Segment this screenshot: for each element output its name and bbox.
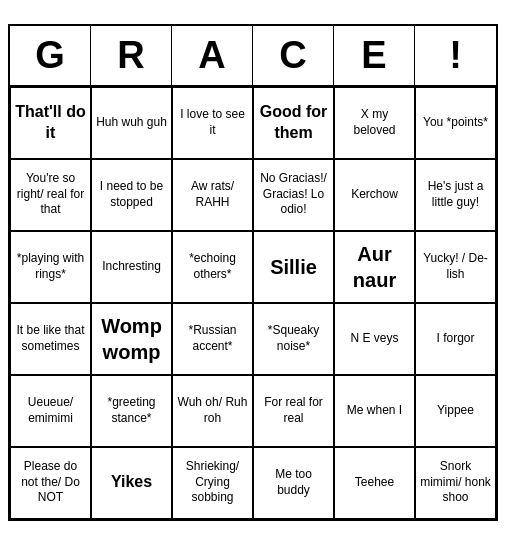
bingo-cell-18: It be like that sometimes <box>10 303 91 375</box>
bingo-cell-0: That'll do it <box>10 87 91 159</box>
bingo-cell-5: You *points* <box>415 87 496 159</box>
bingo-cell-26: Wuh oh/ Ruh roh <box>172 375 253 447</box>
bingo-cell-23: I forgor <box>415 303 496 375</box>
bingo-title: GRACE! <box>10 26 496 87</box>
bingo-cell-14: *echoing others* <box>172 231 253 303</box>
bingo-cell-11: He's just a little guy! <box>415 159 496 231</box>
bingo-cell-16: Aur naur <box>334 231 415 303</box>
bingo-cell-19: Womp womp <box>91 303 172 375</box>
bingo-cell-15: Sillie <box>253 231 334 303</box>
bingo-cell-33: Me too buddy <box>253 447 334 519</box>
bingo-cell-28: Me when I <box>334 375 415 447</box>
bingo-cell-2: I love to see it <box>172 87 253 159</box>
bingo-cell-4: X my beloved <box>334 87 415 159</box>
title-letter-G: G <box>10 26 91 85</box>
bingo-grid: That'll do itHuh wuh guhI love to see it… <box>10 87 496 519</box>
bingo-cell-34: Teehee <box>334 447 415 519</box>
bingo-cell-17: Yucky! / De-lish <box>415 231 496 303</box>
bingo-cell-10: Kerchow <box>334 159 415 231</box>
bingo-cell-22: N E veys <box>334 303 415 375</box>
bingo-cell-25: *greeting stance* <box>91 375 172 447</box>
bingo-cell-9: No Gracias!/ Gracias! Lo odio! <box>253 159 334 231</box>
bingo-cell-21: *Squeaky noise* <box>253 303 334 375</box>
bingo-cell-24: Ueueue/ emimimi <box>10 375 91 447</box>
bingo-cell-7: I need to be stopped <box>91 159 172 231</box>
title-letter-C: C <box>253 26 334 85</box>
bingo-cell-20: *Russian accent* <box>172 303 253 375</box>
title-letter-A: A <box>172 26 253 85</box>
bingo-cell-32: Shrieking/ Crying sobbing <box>172 447 253 519</box>
bingo-cell-12: *playing with rings* <box>10 231 91 303</box>
bingo-cell-30: Please do not the/ Do NOT <box>10 447 91 519</box>
title-letter-R: R <box>91 26 172 85</box>
bingo-cell-31: Yikes <box>91 447 172 519</box>
title-letter-E: E <box>334 26 415 85</box>
bingo-cell-29: Yippee <box>415 375 496 447</box>
bingo-cell-35: Snork mimimi/ honk shoo <box>415 447 496 519</box>
bingo-cell-8: Aw rats/ RAHH <box>172 159 253 231</box>
bingo-cell-27: For real for real <box>253 375 334 447</box>
bingo-cell-1: Huh wuh guh <box>91 87 172 159</box>
bingo-card: GRACE! That'll do itHuh wuh guhI love to… <box>8 24 498 521</box>
bingo-cell-3: Good for them <box>253 87 334 159</box>
bingo-cell-6: You're so right/ real for that <box>10 159 91 231</box>
bingo-cell-13: Inchresting <box>91 231 172 303</box>
title-letter-!: ! <box>415 26 496 85</box>
